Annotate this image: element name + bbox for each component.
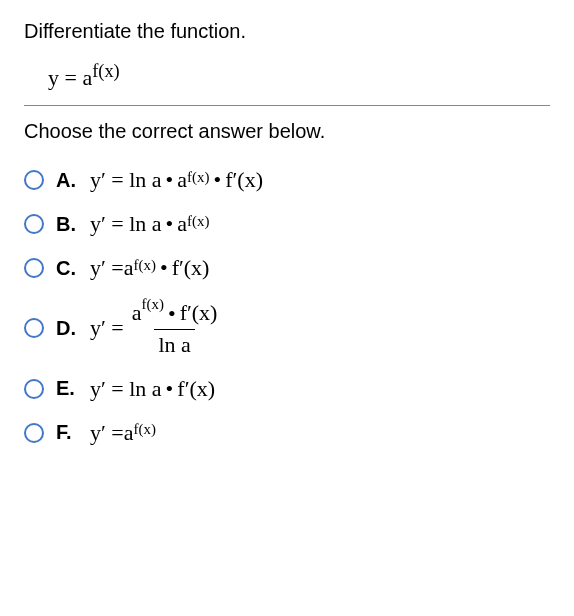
radio-d[interactable]	[24, 318, 44, 338]
radio-a[interactable]	[24, 170, 44, 190]
option-b[interactable]: B. y′ = ln a•af(x)	[24, 211, 550, 237]
option-c[interactable]: C. y′ = af(x)•f′(x)	[24, 255, 550, 281]
option-a[interactable]: A. y′ = ln a•af(x)•f′(x)	[24, 167, 550, 193]
option-letter: F.	[56, 421, 78, 444]
option-letter: E.	[56, 377, 78, 400]
option-letter: C.	[56, 257, 78, 280]
option-formula: y′ = ln a•f′(x)	[90, 376, 215, 402]
numerator: af(x)•f′(x)	[128, 299, 222, 328]
radio-e[interactable]	[24, 379, 44, 399]
option-letter: A.	[56, 169, 78, 192]
divider	[24, 105, 550, 106]
option-formula: y′ = ln a•af(x)	[90, 211, 210, 237]
radio-c[interactable]	[24, 258, 44, 278]
radio-b[interactable]	[24, 214, 44, 234]
option-formula: y′ = af(x)	[90, 420, 156, 446]
given-lhs: y =	[48, 65, 77, 90]
option-formula: y′ = af(x)•f′(x)	[90, 255, 209, 281]
option-f[interactable]: F. y′ = af(x)	[24, 420, 550, 446]
instruction: Choose the correct answer below.	[24, 120, 550, 143]
radio-f[interactable]	[24, 423, 44, 443]
denominator: ln a	[154, 329, 194, 358]
given-base: a	[82, 65, 92, 90]
fraction: af(x)•f′(x) ln a	[128, 299, 222, 357]
option-e[interactable]: E. y′ = ln a•f′(x)	[24, 376, 550, 402]
option-d[interactable]: D. y′ = af(x)•f′(x) ln a	[24, 299, 550, 357]
option-formula: y′ = af(x)•f′(x) ln a	[90, 299, 221, 357]
option-formula: y′ = ln a•af(x)•f′(x)	[90, 167, 263, 193]
given-expression: y = af(x)	[48, 61, 550, 91]
options-list: A. y′ = ln a•af(x)•f′(x) B. y′ = ln a•af…	[24, 167, 550, 445]
given-exp: f(x)	[92, 61, 119, 81]
option-letter: B.	[56, 213, 78, 236]
option-letter: D.	[56, 317, 78, 340]
question-prompt: Differentiate the function.	[24, 20, 550, 43]
